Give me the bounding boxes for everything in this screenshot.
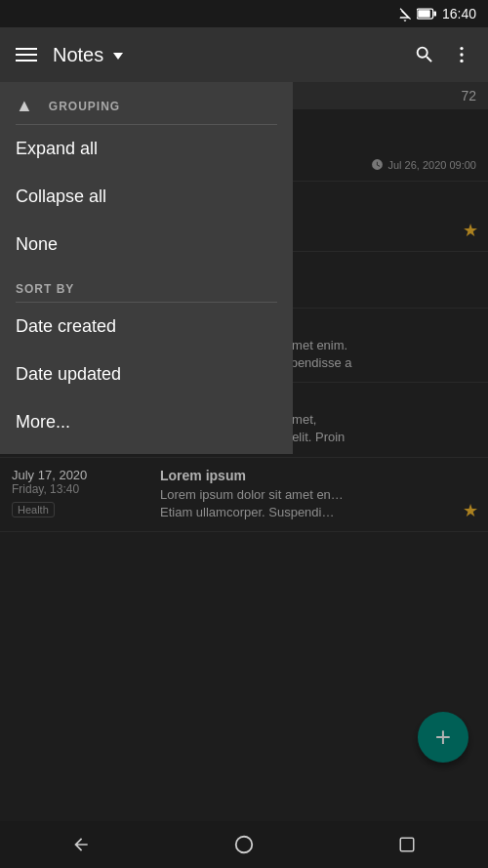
home-button[interactable] [224,825,264,864]
none-item[interactable]: None [0,221,293,269]
app-title: Notes [53,44,398,66]
sort-by-label: SORT BY [0,269,293,302]
svg-rect-7 [400,838,414,851]
back-button[interactable] [61,825,101,864]
dropdown-header: ▲ GROUPING [0,82,293,124]
collapse-all-item[interactable]: Collapse all [0,173,293,221]
app-bar: Notes [0,27,488,82]
expand-all-item[interactable]: Expand all [0,125,293,173]
status-bar: 16:40 [0,0,488,27]
svg-point-5 [460,60,463,62]
title-dropdown-arrow[interactable] [113,53,123,60]
date-created-item[interactable]: Date created [0,303,293,351]
menu-button[interactable] [16,48,37,62]
search-button[interactable] [414,44,435,65]
svg-rect-2 [433,12,436,17]
svg-rect-1 [418,10,430,18]
battery-icon [417,7,436,21]
grouping-label: GROUPING [49,100,120,113]
svg-point-3 [460,47,463,50]
svg-point-6 [236,837,253,853]
dropdown-menu: ▲ GROUPING Expand all Collapse all None … [0,82,293,454]
recent-button[interactable] [387,825,427,864]
date-updated-item[interactable]: Date updated [0,351,293,398]
bottom-nav [0,821,488,868]
svg-point-4 [460,53,463,56]
collapse-up-button[interactable]: ▲ [16,96,33,116]
main-content: ▲ 72 July 1… Saturda… Finance dolor sit … [0,82,488,821]
more-options-button[interactable] [451,44,472,65]
status-icons [397,6,436,21]
app-bar-actions [414,44,472,65]
more-item[interactable]: More... [0,398,293,446]
notification-icon [397,6,413,21]
status-time: 16:40 [442,6,476,21]
